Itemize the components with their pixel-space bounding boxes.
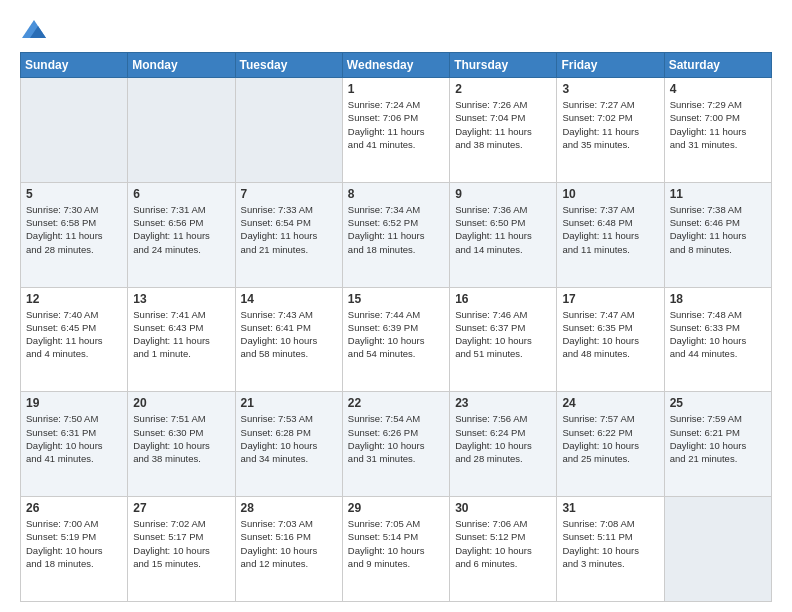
day-number: 24 [562,396,658,410]
day-info: Sunrise: 7:56 AM Sunset: 6:24 PM Dayligh… [455,412,551,465]
day-number: 4 [670,82,766,96]
calendar-cell: 13Sunrise: 7:41 AM Sunset: 6:43 PM Dayli… [128,287,235,392]
day-info: Sunrise: 7:02 AM Sunset: 5:17 PM Dayligh… [133,517,229,570]
calendar-cell [128,78,235,183]
calendar-cell: 28Sunrise: 7:03 AM Sunset: 5:16 PM Dayli… [235,497,342,602]
day-number: 28 [241,501,337,515]
day-info: Sunrise: 7:57 AM Sunset: 6:22 PM Dayligh… [562,412,658,465]
day-number: 11 [670,187,766,201]
day-info: Sunrise: 7:41 AM Sunset: 6:43 PM Dayligh… [133,308,229,361]
day-info: Sunrise: 7:43 AM Sunset: 6:41 PM Dayligh… [241,308,337,361]
day-number: 22 [348,396,444,410]
day-number: 15 [348,292,444,306]
calendar-cell: 1Sunrise: 7:24 AM Sunset: 7:06 PM Daylig… [342,78,449,183]
day-number: 23 [455,396,551,410]
weekday-header-row: SundayMondayTuesdayWednesdayThursdayFrid… [21,53,772,78]
day-info: Sunrise: 7:38 AM Sunset: 6:46 PM Dayligh… [670,203,766,256]
day-number: 13 [133,292,229,306]
calendar-cell: 22Sunrise: 7:54 AM Sunset: 6:26 PM Dayli… [342,392,449,497]
calendar-cell: 14Sunrise: 7:43 AM Sunset: 6:41 PM Dayli… [235,287,342,392]
day-info: Sunrise: 7:53 AM Sunset: 6:28 PM Dayligh… [241,412,337,465]
weekday-header-saturday: Saturday [664,53,771,78]
day-info: Sunrise: 7:50 AM Sunset: 6:31 PM Dayligh… [26,412,122,465]
day-info: Sunrise: 7:33 AM Sunset: 6:54 PM Dayligh… [241,203,337,256]
day-number: 16 [455,292,551,306]
week-row-3: 19Sunrise: 7:50 AM Sunset: 6:31 PM Dayli… [21,392,772,497]
day-info: Sunrise: 7:36 AM Sunset: 6:50 PM Dayligh… [455,203,551,256]
day-number: 29 [348,501,444,515]
day-info: Sunrise: 7:03 AM Sunset: 5:16 PM Dayligh… [241,517,337,570]
calendar-cell: 18Sunrise: 7:48 AM Sunset: 6:33 PM Dayli… [664,287,771,392]
calendar-cell: 25Sunrise: 7:59 AM Sunset: 6:21 PM Dayli… [664,392,771,497]
calendar-cell: 30Sunrise: 7:06 AM Sunset: 5:12 PM Dayli… [450,497,557,602]
weekday-header-friday: Friday [557,53,664,78]
calendar-cell: 24Sunrise: 7:57 AM Sunset: 6:22 PM Dayli… [557,392,664,497]
calendar-cell: 20Sunrise: 7:51 AM Sunset: 6:30 PM Dayli… [128,392,235,497]
day-info: Sunrise: 7:59 AM Sunset: 6:21 PM Dayligh… [670,412,766,465]
calendar-cell: 17Sunrise: 7:47 AM Sunset: 6:35 PM Dayli… [557,287,664,392]
day-number: 12 [26,292,122,306]
day-info: Sunrise: 7:00 AM Sunset: 5:19 PM Dayligh… [26,517,122,570]
day-info: Sunrise: 7:27 AM Sunset: 7:02 PM Dayligh… [562,98,658,151]
calendar-cell: 27Sunrise: 7:02 AM Sunset: 5:17 PM Dayli… [128,497,235,602]
day-number: 18 [670,292,766,306]
day-number: 31 [562,501,658,515]
day-number: 6 [133,187,229,201]
calendar-cell: 15Sunrise: 7:44 AM Sunset: 6:39 PM Dayli… [342,287,449,392]
week-row-1: 5Sunrise: 7:30 AM Sunset: 6:58 PM Daylig… [21,182,772,287]
calendar-cell: 8Sunrise: 7:34 AM Sunset: 6:52 PM Daylig… [342,182,449,287]
weekday-header-monday: Monday [128,53,235,78]
calendar-cell: 12Sunrise: 7:40 AM Sunset: 6:45 PM Dayli… [21,287,128,392]
logo-icon [20,16,48,44]
day-number: 9 [455,187,551,201]
day-info: Sunrise: 7:48 AM Sunset: 6:33 PM Dayligh… [670,308,766,361]
day-number: 10 [562,187,658,201]
day-number: 14 [241,292,337,306]
calendar-cell: 16Sunrise: 7:46 AM Sunset: 6:37 PM Dayli… [450,287,557,392]
day-info: Sunrise: 7:06 AM Sunset: 5:12 PM Dayligh… [455,517,551,570]
day-number: 5 [26,187,122,201]
calendar-cell: 31Sunrise: 7:08 AM Sunset: 5:11 PM Dayli… [557,497,664,602]
logo [20,16,52,44]
day-info: Sunrise: 7:26 AM Sunset: 7:04 PM Dayligh… [455,98,551,151]
week-row-0: 1Sunrise: 7:24 AM Sunset: 7:06 PM Daylig… [21,78,772,183]
day-number: 2 [455,82,551,96]
day-number: 8 [348,187,444,201]
day-info: Sunrise: 7:40 AM Sunset: 6:45 PM Dayligh… [26,308,122,361]
day-info: Sunrise: 7:05 AM Sunset: 5:14 PM Dayligh… [348,517,444,570]
week-row-2: 12Sunrise: 7:40 AM Sunset: 6:45 PM Dayli… [21,287,772,392]
weekday-header-sunday: Sunday [21,53,128,78]
header [20,16,772,44]
calendar-cell [664,497,771,602]
day-number: 20 [133,396,229,410]
calendar-cell: 9Sunrise: 7:36 AM Sunset: 6:50 PM Daylig… [450,182,557,287]
day-info: Sunrise: 7:29 AM Sunset: 7:00 PM Dayligh… [670,98,766,151]
weekday-header-thursday: Thursday [450,53,557,78]
calendar-cell: 5Sunrise: 7:30 AM Sunset: 6:58 PM Daylig… [21,182,128,287]
calendar-cell: 6Sunrise: 7:31 AM Sunset: 6:56 PM Daylig… [128,182,235,287]
day-number: 21 [241,396,337,410]
day-number: 26 [26,501,122,515]
day-number: 1 [348,82,444,96]
day-info: Sunrise: 7:51 AM Sunset: 6:30 PM Dayligh… [133,412,229,465]
day-number: 25 [670,396,766,410]
day-info: Sunrise: 7:44 AM Sunset: 6:39 PM Dayligh… [348,308,444,361]
calendar-cell: 19Sunrise: 7:50 AM Sunset: 6:31 PM Dayli… [21,392,128,497]
calendar-cell: 26Sunrise: 7:00 AM Sunset: 5:19 PM Dayli… [21,497,128,602]
day-info: Sunrise: 7:30 AM Sunset: 6:58 PM Dayligh… [26,203,122,256]
calendar-cell: 2Sunrise: 7:26 AM Sunset: 7:04 PM Daylig… [450,78,557,183]
calendar-cell: 11Sunrise: 7:38 AM Sunset: 6:46 PM Dayli… [664,182,771,287]
day-info: Sunrise: 7:37 AM Sunset: 6:48 PM Dayligh… [562,203,658,256]
calendar-cell: 10Sunrise: 7:37 AM Sunset: 6:48 PM Dayli… [557,182,664,287]
weekday-header-tuesday: Tuesday [235,53,342,78]
calendar-cell: 4Sunrise: 7:29 AM Sunset: 7:00 PM Daylig… [664,78,771,183]
day-number: 27 [133,501,229,515]
day-info: Sunrise: 7:24 AM Sunset: 7:06 PM Dayligh… [348,98,444,151]
day-info: Sunrise: 7:54 AM Sunset: 6:26 PM Dayligh… [348,412,444,465]
day-number: 7 [241,187,337,201]
day-info: Sunrise: 7:31 AM Sunset: 6:56 PM Dayligh… [133,203,229,256]
weekday-header-wednesday: Wednesday [342,53,449,78]
page: SundayMondayTuesdayWednesdayThursdayFrid… [0,0,792,612]
calendar-cell: 21Sunrise: 7:53 AM Sunset: 6:28 PM Dayli… [235,392,342,497]
calendar-cell: 3Sunrise: 7:27 AM Sunset: 7:02 PM Daylig… [557,78,664,183]
